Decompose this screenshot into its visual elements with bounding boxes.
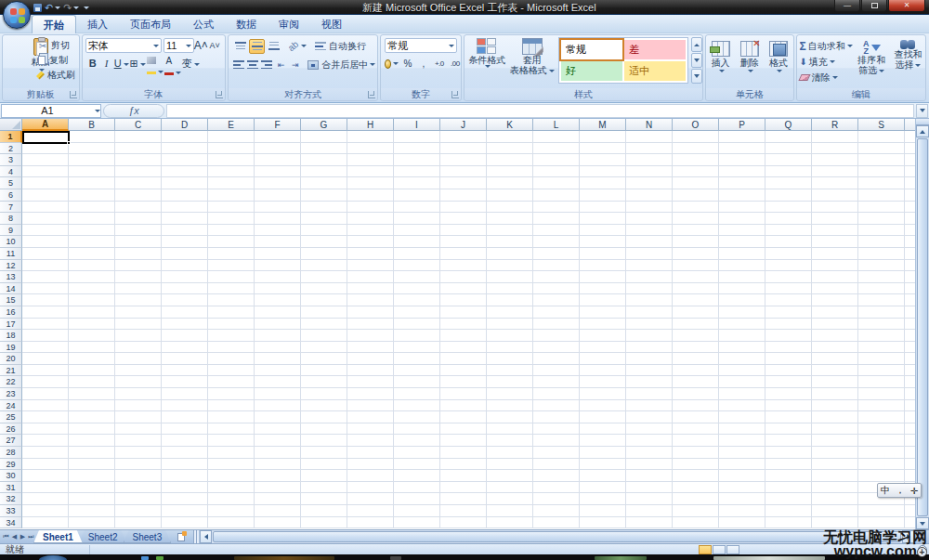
cell-N11[interactable] [626, 248, 673, 260]
format-cells-button[interactable]: 格式 [769, 38, 788, 89]
cell-S22[interactable] [858, 376, 905, 388]
cell-B23[interactable] [69, 388, 115, 400]
cell-L3[interactable] [533, 154, 580, 166]
cell-H13[interactable] [347, 271, 394, 283]
cell-P25[interactable] [719, 411, 765, 423]
cell-F26[interactable] [255, 423, 301, 436]
cell-B5[interactable] [69, 177, 115, 189]
cell-E8[interactable] [208, 213, 255, 225]
cell-M27[interactable] [580, 435, 626, 447]
bold-button[interactable]: B [86, 57, 99, 71]
cell-Q14[interactable] [765, 283, 812, 295]
row-header-32[interactable]: 32 [0, 493, 22, 505]
cell-O30[interactable] [673, 470, 719, 482]
currency-button[interactable] [385, 57, 399, 71]
cell-D31[interactable] [162, 482, 208, 494]
cell-C5[interactable] [115, 177, 162, 189]
row-header-30[interactable]: 30 [0, 470, 22, 482]
cell-S26[interactable] [858, 423, 905, 436]
column-header-B[interactable]: B [69, 119, 115, 131]
cell-O7[interactable] [673, 202, 719, 214]
scroll-up-button[interactable] [916, 125, 929, 137]
cell-L12[interactable] [533, 260, 580, 272]
insert-cells-button[interactable]: 插入 [712, 38, 730, 89]
cell-H7[interactable] [347, 202, 394, 214]
cell-B13[interactable] [69, 271, 115, 283]
cell-H17[interactable] [347, 319, 394, 331]
cell-S33[interactable] [858, 505, 905, 517]
cell-A10[interactable] [22, 236, 69, 248]
column-header-J[interactable]: J [440, 119, 487, 131]
row-header-34[interactable]: 34 [0, 517, 22, 529]
cell-C17[interactable] [115, 319, 162, 331]
cell-C12[interactable] [115, 260, 162, 272]
row-header-29[interactable]: 29 [0, 459, 22, 471]
row-header-8[interactable]: 8 [0, 213, 22, 225]
cell-I12[interactable] [394, 260, 440, 272]
cell-L16[interactable] [533, 306, 580, 319]
cell-S19[interactable] [858, 342, 905, 354]
taskbar-button[interactable] [713, 556, 825, 560]
cell-P22[interactable] [719, 376, 765, 388]
cell-O12[interactable] [673, 260, 719, 272]
cell-N15[interactable] [626, 294, 673, 306]
cell-O10[interactable] [673, 236, 719, 248]
cell-S18[interactable] [858, 330, 905, 342]
cell-E32[interactable] [208, 493, 255, 505]
cell-D23[interactable] [162, 388, 208, 400]
cell-F19[interactable] [255, 342, 301, 354]
cell-F10[interactable] [255, 236, 301, 248]
cell-K17[interactable] [487, 319, 533, 331]
cell-R21[interactable] [812, 365, 858, 377]
cell-E26[interactable] [208, 423, 255, 436]
cell-O22[interactable] [673, 376, 719, 388]
cell-N5[interactable] [626, 177, 673, 189]
cell-G29[interactable] [301, 459, 347, 471]
cell-D29[interactable] [162, 459, 208, 471]
cell-D13[interactable] [162, 271, 208, 283]
column-header-K[interactable]: K [487, 119, 533, 131]
cell-P23[interactable] [719, 388, 765, 400]
cell-N30[interactable] [626, 470, 673, 482]
cell-O16[interactable] [673, 306, 719, 319]
phonetic-guide-button[interactable]: 变 [182, 57, 200, 71]
cell-M4[interactable] [580, 166, 626, 178]
cell-M6[interactable] [580, 189, 626, 202]
cell-S4[interactable] [858, 166, 905, 178]
column-header-P[interactable]: P [719, 119, 765, 131]
italic-button[interactable]: I [100, 57, 113, 71]
cell-B28[interactable] [69, 447, 115, 459]
cell-R2[interactable] [812, 143, 858, 155]
cell-E21[interactable] [208, 365, 255, 377]
cell-G9[interactable] [301, 225, 347, 237]
cell-J14[interactable] [440, 283, 487, 295]
cell-J10[interactable] [440, 236, 487, 248]
cell-R12[interactable] [812, 260, 858, 272]
cell-P27[interactable] [719, 435, 765, 447]
cell-K14[interactable] [487, 283, 533, 295]
vertical-split-handle[interactable] [916, 119, 929, 125]
cell-S5[interactable] [858, 177, 905, 189]
cell-A14[interactable] [22, 283, 69, 295]
cell-R23[interactable] [812, 388, 858, 400]
cell-J15[interactable] [440, 294, 487, 306]
cell-N34[interactable] [626, 517, 673, 529]
cell-A15[interactable] [22, 294, 69, 306]
cell-E19[interactable] [208, 342, 255, 354]
cell-K31[interactable] [487, 482, 533, 494]
cell-H11[interactable] [347, 248, 394, 260]
gallery-down-button[interactable] [691, 53, 702, 68]
cell-L23[interactable] [533, 388, 580, 400]
column-header-I[interactable]: I [394, 119, 440, 131]
cell-J2[interactable] [440, 143, 487, 155]
cell-F13[interactable] [255, 271, 301, 283]
cell-R5[interactable] [812, 177, 858, 189]
cell-C19[interactable] [115, 342, 162, 354]
cell-D9[interactable] [162, 225, 208, 237]
cell-style-好[interactable]: 好 [561, 61, 622, 81]
cell-R27[interactable] [812, 435, 858, 447]
cell-N12[interactable] [626, 260, 673, 272]
cell-K32[interactable] [487, 493, 533, 505]
cell-F20[interactable] [255, 353, 301, 365]
cell-M10[interactable] [580, 236, 626, 248]
